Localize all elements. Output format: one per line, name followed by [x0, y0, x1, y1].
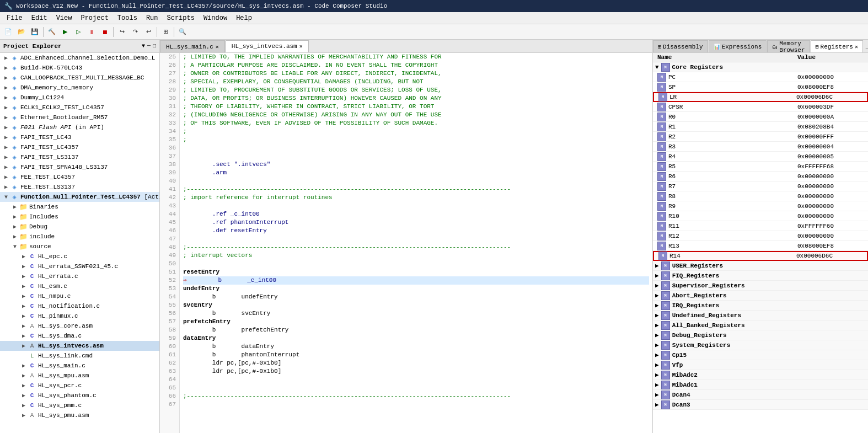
reg-row-r13[interactable]: MR130x08000EF8 — [653, 241, 868, 251]
code-line-64[interactable] — [183, 376, 649, 384]
code-line-62[interactable]: ldr pc,[pc,#-0x1b0] — [183, 359, 649, 367]
menu-edit[interactable]: Edit — [27, 13, 52, 23]
code-line-46[interactable]: .def resetEntry — [183, 227, 649, 235]
toolbar-step-return[interactable]: ↩ — [142, 26, 154, 38]
code-line-52[interactable]: ⇒ b _c_int00 — [183, 276, 649, 285]
tree-item-binaries[interactable]: ▶ 📁 Binaries — [0, 202, 159, 212]
reg-row-r10[interactable]: MR100x00000000 — [653, 211, 868, 221]
menu-view[interactable]: View — [52, 13, 77, 23]
code-line-27[interactable]: ; OWNER OR CONTRIBUTORS BE LIABLE FOR AN… — [183, 70, 649, 78]
list-item-hl-errata-ss[interactable]: ▶ C HL_errata_SSWF021_45.c — [0, 261, 159, 271]
reg-group-fiq-registers[interactable]: ▶MFIQ_Registers — [653, 271, 868, 281]
toolbar-step-into[interactable]: ↪ — [116, 26, 128, 38]
code-line-36[interactable] — [183, 144, 649, 152]
tree-item-debug[interactable]: ▶ 📁 Debug — [0, 222, 159, 232]
list-item-hl-sys-intvecs[interactable]: ▶ A HL_sys_intvecs.asm — [0, 341, 159, 351]
toolbar-step-over[interactable]: ↷ — [129, 26, 141, 38]
tab-close-registers[interactable]: ✕ — [855, 44, 858, 50]
list-item-hl-sys-link[interactable]: L HL_sys_link.cmd — [0, 351, 159, 361]
code-line-56[interactable]: b svcEntry — [183, 309, 649, 318]
tab-expressions[interactable]: 📊 Expressions — [709, 40, 767, 52]
list-item-hl-sys-pmu[interactable]: ▶ A HL_sys_pmu.asm — [0, 410, 159, 420]
panel-icon-minimize[interactable]: ─ — [147, 43, 151, 49]
reg-row-r1[interactable]: MR10x080208B4 — [653, 122, 868, 132]
code-line-45[interactable]: .ref phantomInterrupt — [183, 218, 649, 227]
menu-tools[interactable]: Tools — [113, 13, 142, 23]
code-line-28[interactable]: ; SPECIAL, EXEMPLARY, OR CONSEQUENTIAL D… — [183, 78, 649, 86]
menu-run[interactable]: Run — [142, 13, 163, 23]
tab-close-hl-sys-main[interactable]: ✕ — [216, 44, 219, 50]
tree-item-eclk[interactable]: ▶ ◈ ECLK1_ECLK2_TEST_LC4357 — [0, 103, 159, 113]
code-line-67[interactable] — [183, 400, 649, 409]
tree-item-include-folder[interactable]: ▶ 📁 include — [0, 232, 159, 242]
tree-item-fn-null[interactable]: ▼ ◈ Function_Null_Pointer_Test_LC4357 [A… — [0, 192, 159, 202]
reg-row-r8[interactable]: MR80x00000000 — [653, 191, 868, 201]
toolbar-perspective[interactable]: ⊞ — [159, 26, 172, 38]
code-line-48[interactable]: ;---------------------------------------… — [183, 243, 649, 252]
code-line-51[interactable]: resetEntry — [183, 268, 649, 276]
reg-group-mibadc2[interactable]: ▶MMibAdc2 — [653, 370, 868, 380]
toolbar-save[interactable]: 💾 — [29, 26, 41, 38]
code-line-55[interactable]: svcEntry — [183, 301, 649, 309]
reg-group-mibadc1[interactable]: ▶MMibAdc1 — [653, 380, 868, 390]
reg-row-pc[interactable]: MPC0x00000000 — [653, 72, 868, 82]
tab-disassembly[interactable]: ⊞ Disassembly — [653, 40, 708, 52]
menu-project[interactable]: Project — [76, 13, 112, 23]
menu-scripts[interactable]: Scripts — [162, 13, 199, 23]
tab-close-hl-sys-intvecs[interactable]: ✕ — [299, 43, 303, 50]
reg-group-irq-registers[interactable]: ▶MIRQ_Registers — [653, 301, 868, 311]
reg-group-system-registers[interactable]: ▶MSystem_Registers — [653, 340, 868, 350]
tab-hl-sys-main[interactable]: HL_sys_main.c ✕ — [160, 40, 225, 52]
list-item-hl-notification[interactable]: ▶ C HL_notification.c — [0, 301, 159, 311]
code-line-54[interactable]: b undefEntry — [183, 293, 649, 301]
reg-group-cp15[interactable]: ▶MCp15 — [653, 350, 868, 360]
code-line-33[interactable]: ; OF THIS SOFTWARE, EVEN IF ADVISED OF T… — [183, 119, 649, 127]
tree-item-includes[interactable]: ▶ 📁 Includes — [0, 212, 159, 222]
tree-item-ethernet[interactable]: ▶ ◈ Ethernet_Bootloader_RM57 — [0, 113, 159, 122]
reg-row-r12[interactable]: MR120x00000000 — [653, 231, 868, 241]
code-line-42[interactable]: ; import reference for interrupt routine… — [183, 194, 649, 202]
code-line-43[interactable] — [183, 202, 649, 210]
reg-row-r9[interactable]: MR90x00000000 — [653, 201, 868, 211]
code-line-53[interactable]: undefEntry — [183, 285, 649, 293]
list-item-hl-sys-phantom[interactable]: ▶ C HL_sys_phantom.c — [0, 391, 159, 400]
tree-item-fee-ls3137[interactable]: ▶ ◈ FEE_TEST_LS3137 — [0, 182, 159, 192]
menu-help[interactable]: Help — [232, 13, 256, 23]
code-line-65[interactable] — [183, 384, 649, 392]
list-item-hl-esm[interactable]: ▶ C HL_esm.c — [0, 281, 159, 291]
right-panel-minimize[interactable]: ─ — [864, 45, 868, 52]
toolbar-debug[interactable]: ▶ — [59, 26, 71, 38]
tree-item-dummy[interactable]: ▶ ◈ Dummy_LC1224 — [0, 93, 159, 103]
toolbar-stop[interactable]: ⏹ — [99, 26, 111, 38]
code-line-49[interactable]: ; interrupt vectors — [183, 252, 649, 260]
reg-row-r0[interactable]: MR00x0000000A — [653, 112, 868, 122]
code-line-60[interactable]: b dataEntry — [183, 343, 649, 351]
tab-registers[interactable]: ⊞ Registers ✕ — [811, 40, 863, 52]
list-item-hl-sys-core[interactable]: ▶ A HL_sys_core.asm — [0, 321, 159, 331]
menu-file[interactable]: File — [2, 13, 27, 23]
code-line-25[interactable]: ; LIMITED TO, THE IMPLIED WARRANTIES OF … — [183, 53, 649, 61]
list-item-hl-sys-pmm[interactable]: ▶ C HL_sys_pmm.c — [0, 400, 159, 410]
reg-group-user-registers[interactable]: ▶MUSER_Registers — [653, 261, 868, 271]
tree-item-fapi-lc43[interactable]: ▶ ◈ FAPI_TEST_LC43 — [0, 132, 159, 142]
reg-group-undefined-registers[interactable]: ▶MUndefined_Registers — [653, 311, 868, 320]
toolbar-suspend[interactable]: ⏸ — [85, 26, 98, 38]
tab-hl-sys-intvecs[interactable]: HL_sys_intvecs.asm ✕ — [226, 40, 309, 52]
code-line-37[interactable] — [183, 152, 649, 161]
code-line-38[interactable]: .sect ".intvecs" — [183, 161, 649, 169]
list-item-hl-nmpu[interactable]: ▶ C HL_nmpu.c — [0, 291, 159, 301]
toolbar-new[interactable]: 📄 — [2, 26, 14, 38]
list-item-hl-sys-pcr[interactable]: ▶ C HL_sys_pcr.c — [0, 381, 159, 391]
tree-item-fee-lc4357[interactable]: ▶ ◈ FEE_TEST_LC4357 — [0, 172, 159, 182]
reg-group-vfp[interactable]: ▶MVfp — [653, 360, 868, 370]
code-line-57[interactable]: prefetchEntry — [183, 318, 649, 326]
code-line-47[interactable] — [183, 235, 649, 243]
reg-group-debug-registers[interactable]: ▶MDebug_Registers — [653, 330, 868, 340]
code-line-40[interactable] — [183, 177, 649, 185]
tree-item-can[interactable]: ▶ ◈ CAN_LOOPBACK_TEST_MULTI_MESSAGE_BC — [0, 73, 159, 83]
tree-item-adc[interactable]: ▶ ◈ ADC_Enhanced_Channel_Selection_Demo_… — [0, 53, 159, 63]
list-item-hl-errata[interactable]: ▶ C HL_errata.c — [0, 271, 159, 281]
code-line-66[interactable]: ;---------------------------------------… — [183, 392, 649, 400]
reg-row-r2[interactable]: MR20x00000FFF — [653, 132, 868, 142]
reg-row-r5[interactable]: MR50xFFFFFF68 — [653, 162, 868, 172]
